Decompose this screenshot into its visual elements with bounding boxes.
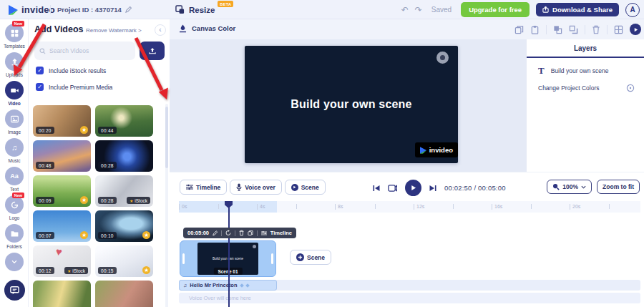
edit-duration-icon[interactable] (213, 230, 218, 236)
sidebar-item-music[interactable]: ♫ Music (0, 138, 29, 163)
send-backward-icon[interactable] (569, 25, 578, 34)
voice-over-button[interactable]: Voice over (230, 180, 281, 195)
video-thumbnail[interactable]: 00:07 (33, 210, 91, 242)
timeline-tab-button[interactable]: Timeline (180, 180, 227, 195)
premium-star-badge (142, 266, 150, 274)
new-badge: New (12, 21, 24, 26)
panel-scrollbar[interactable] (165, 107, 168, 168)
zoom-to-fit-button[interactable]: Zoom to fit (597, 180, 640, 194)
chevron-down-icon (10, 258, 19, 266)
delete-icon[interactable] (592, 25, 600, 34)
sidebar-expand-control[interactable] (0, 253, 29, 271)
video-thumbnail[interactable]: 00:15 (95, 245, 153, 277)
undo-icon[interactable]: ↶ (401, 6, 409, 14)
preview-scene-icon[interactable] (388, 184, 397, 193)
checkbox-checked-icon[interactable] (36, 83, 44, 91)
video-thumbnail[interactable]: 00:12 iStock (33, 245, 91, 277)
templates-icon (10, 29, 19, 38)
video-search[interactable] (34, 42, 135, 60)
project-id-label: Project ID : 4370714 (57, 6, 122, 14)
divider (50, 5, 51, 14)
video-duration: 00:09 (36, 197, 54, 204)
divider (585, 25, 585, 34)
add-videos-panel: Add Videos Remove Watermark > ‹ Include … (29, 19, 170, 307)
zoom-level-dropdown[interactable]: 100% (547, 180, 592, 194)
bring-forward-icon[interactable] (553, 25, 562, 34)
video-camera-icon (10, 86, 19, 95)
layers-panel: Layers T Build your own scene Change Pro… (526, 39, 644, 172)
grid-layout-icon[interactable] (614, 25, 623, 34)
sidebar-label: Text (0, 187, 29, 192)
layers-tab[interactable]: Layers (527, 44, 644, 52)
duplicate-scene-icon[interactable] (248, 230, 253, 236)
download-share-button[interactable]: Download & Share (536, 3, 619, 16)
trim-handle-left[interactable] (182, 253, 185, 264)
video-duration: 00:48 (36, 162, 54, 169)
delete-scene-icon[interactable] (239, 230, 244, 236)
avatar[interactable]: A (625, 3, 640, 17)
sidebar-item-templates[interactable]: New Templates (0, 24, 29, 49)
premium-filter[interactable]: Include Premium Media (36, 83, 112, 91)
video-duration: 00:07 (36, 232, 54, 239)
preview-play-button[interactable] (630, 24, 641, 35)
beta-badge: BETA (218, 1, 233, 7)
istock-badge: iStock (64, 267, 88, 274)
edit-pencil-icon[interactable] (125, 6, 132, 13)
remove-watermark-link[interactable]: Remove Watermark > (86, 27, 142, 34)
search-input[interactable] (49, 47, 128, 54)
voice-over-track[interactable]: Voice Over will come here (179, 293, 640, 303)
video-duration: 00:44 (98, 127, 117, 134)
playback-controls: 00:02:50 / 00:05:00 (373, 180, 506, 196)
video-thumbnail[interactable]: 00:20 (33, 105, 91, 137)
sidebar-item-video[interactable]: Video (0, 81, 29, 106)
image-icon (10, 114, 19, 124)
divider (235, 230, 235, 236)
video-thumbnail[interactable]: 00:10 (95, 210, 153, 242)
scene-tab-button[interactable]: Scene (285, 180, 326, 195)
checkbox-checked-icon[interactable] (36, 67, 44, 74)
duplicate-icon[interactable] (514, 25, 524, 34)
video-thumbnail[interactable]: 00:48 (33, 140, 91, 172)
skip-to-end-icon[interactable] (429, 185, 436, 192)
scene-headline-text[interactable]: Build your own scene (291, 98, 411, 111)
chat-support-button[interactable] (4, 280, 25, 301)
ruler-midtick (296, 204, 297, 209)
element-toolbar (514, 24, 641, 35)
video-thumbnail[interactable]: 00:28 iStock (95, 175, 153, 207)
replace-icon[interactable] (225, 230, 231, 236)
video-thumbnail[interactable] (33, 281, 91, 307)
change-colors-label: Change Project Colors (538, 84, 600, 92)
sidebar-item-logo[interactable]: New Logo (0, 195, 29, 220)
canvas-color-button[interactable]: Canvas Color (178, 24, 235, 33)
invideo-logo-icon (420, 147, 426, 154)
trim-handle-right[interactable] (271, 253, 273, 264)
upload-video-button[interactable] (140, 42, 165, 60)
skip-to-start-icon[interactable] (373, 185, 380, 192)
sidebar-item-text[interactable]: Aa Text (0, 167, 29, 192)
istock-filter[interactable]: Include iStock results (36, 67, 106, 74)
sliders-icon (186, 184, 193, 190)
playhead[interactable] (228, 204, 230, 307)
sidebar-item-image[interactable]: Image (0, 109, 29, 135)
collapse-panel-button[interactable]: ‹ (155, 24, 166, 36)
play-button[interactable] (405, 180, 421, 196)
app-logo[interactable]: invideo (9, 4, 55, 15)
redo-icon[interactable]: ↷ (415, 6, 422, 14)
logo-placeholder[interactable] (436, 52, 449, 64)
logo-icon (10, 200, 19, 210)
video-thumbnail[interactable]: 00:44 (95, 105, 153, 137)
upgrade-button[interactable]: Upgrade for free (461, 2, 530, 17)
sidebar-item-uploads[interactable]: Uploads (0, 52, 29, 77)
video-thumbnail[interactable] (95, 281, 153, 307)
video-thumbnail[interactable]: 00:28 (95, 140, 153, 172)
video-thumbnail[interactable]: 00:09 (33, 175, 91, 207)
layer-item-text[interactable]: T Build your own scene (538, 65, 608, 77)
clip-timeline-button[interactable]: Timeline (270, 230, 292, 236)
copy-style-icon[interactable] (530, 25, 540, 34)
add-scene-button[interactable]: Scene (290, 250, 331, 265)
sidebar-item-folders[interactable]: Folders (0, 224, 29, 249)
resize-control[interactable]: Resize BETA (175, 0, 215, 19)
video-canvas[interactable]: Build your own scene invideo (245, 46, 458, 163)
video-duration: 00:10 (98, 232, 117, 239)
change-project-colors[interactable]: Change Project Colors (538, 84, 635, 92)
